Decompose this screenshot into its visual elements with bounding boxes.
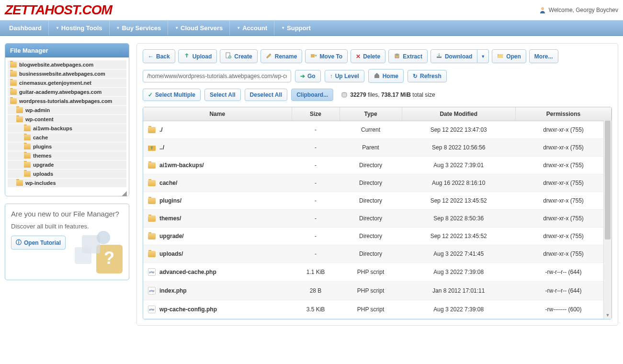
- tree-item[interactable]: cache: [8, 133, 126, 142]
- open-button[interactable]: Open: [492, 49, 526, 63]
- php-file-icon: php: [148, 287, 156, 295]
- col-permissions[interactable]: Permissions: [516, 107, 612, 121]
- tree-item[interactable]: wp-content: [8, 115, 126, 124]
- nav-label: Hosting Tools: [61, 24, 102, 32]
- tree-item[interactable]: wp-includes: [8, 179, 126, 187]
- tree-label: wp-includes: [25, 180, 56, 186]
- upload-button[interactable]: Upload: [178, 49, 217, 63]
- tree-item[interactable]: guitar-academy.atwebpages.com: [8, 88, 126, 96]
- cell-size: -: [292, 174, 340, 192]
- delete-button[interactable]: ✕Delete: [351, 49, 385, 63]
- back-button[interactable]: ←Back: [143, 49, 175, 63]
- col-type[interactable]: Type: [340, 107, 402, 121]
- clipboard-button[interactable]: Clipboard...: [291, 89, 333, 101]
- refresh-icon: ↻: [413, 73, 418, 80]
- cell-size: -: [292, 139, 340, 157]
- table-row[interactable]: cache/-DirectoryAug 16 2022 8:16:10drwxr…: [143, 174, 612, 192]
- folder-icon: [24, 171, 31, 177]
- folder-icon: [24, 135, 31, 140]
- cell-type: Parent: [340, 139, 402, 157]
- info-icon: ⓘ: [16, 239, 22, 247]
- more-button[interactable]: More...: [529, 49, 558, 63]
- tree-item[interactable]: blogwebsite.atwebpages.com: [8, 60, 126, 69]
- folder-icon: [24, 144, 31, 149]
- tree-item[interactable]: themes: [8, 151, 126, 160]
- nav-buy-services[interactable]: ▼Buy Services: [109, 21, 168, 35]
- cell-perm: drwxr-xr-x (755): [516, 228, 612, 245]
- folder-icon: [10, 80, 17, 86]
- col-modified[interactable]: Date Modified: [402, 107, 516, 121]
- cell-modified: Sep 8 2022 8:50:36: [402, 210, 516, 228]
- file-name: wp-cache-config.php: [159, 306, 217, 313]
- delete-icon: ✕: [356, 53, 361, 60]
- scrollbar[interactable]: ▼: [603, 121, 612, 319]
- cell-size: 1.1 KiB: [292, 263, 340, 282]
- go-button[interactable]: ➔Go: [295, 70, 321, 82]
- table-row[interactable]: uploads/-DirectoryAug 3 2022 7:41:45drwx…: [143, 245, 612, 263]
- table-row[interactable]: themes/-DirectorySep 8 2022 8:50:36drwxr…: [143, 210, 612, 228]
- table-row[interactable]: phpadvanced-cache.php1.1 KiBPHP scriptAu…: [143, 263, 612, 282]
- file-name: cache/: [159, 180, 177, 186]
- cell-modified: Aug 3 2022 7:41:45: [402, 245, 516, 263]
- nav-support[interactable]: ▼Support: [274, 21, 317, 35]
- refresh-button[interactable]: ↻Refresh: [408, 70, 447, 82]
- deselect-all-button[interactable]: Deselect All: [245, 89, 288, 101]
- tree-item[interactable]: wordpress-tutorials.atwebpages.com: [8, 97, 126, 105]
- tutorial-panel: Are you new to our File Manager? Discove…: [5, 204, 129, 280]
- select-multiple-button[interactable]: ✓Select Multiple: [143, 89, 201, 101]
- logo[interactable]: ZETTAHOST.COM: [5, 2, 112, 18]
- nav-label: Buy Services: [122, 24, 161, 32]
- cell-modified: Aug 3 2022 7:39:08: [402, 300, 516, 319]
- folder-icon: [148, 233, 156, 239]
- nav-cloud-servers[interactable]: ▼Cloud Servers: [168, 21, 229, 35]
- rename-button[interactable]: Rename: [261, 49, 303, 63]
- file-table-wrapper: Name Size Type Date Modified Permissions…: [143, 107, 612, 319]
- cell-perm: drwxr-xr-x (755): [516, 157, 612, 174]
- select-all-button[interactable]: Select All: [204, 89, 241, 101]
- tree-item[interactable]: cinemasux.getenjoyment.net: [8, 79, 126, 87]
- col-name[interactable]: Name: [143, 107, 292, 121]
- cell-type: Directory: [340, 228, 402, 245]
- table-row[interactable]: ./-CurrentSep 12 2022 13:47:03drwxr-xr-x…: [143, 121, 612, 139]
- chevron-down-icon: ▼: [237, 26, 240, 30]
- cell-type: Directory: [340, 210, 402, 228]
- cell-perm: drwxr-xr-x (755): [516, 174, 612, 192]
- cell-modified: Sep 12 2022 13:45:52: [402, 228, 516, 245]
- nav-hosting-tools[interactable]: ▼Hosting Tools: [48, 21, 109, 35]
- download-icon: [436, 52, 442, 60]
- open-tutorial-button[interactable]: ⓘ Open Tutorial: [11, 236, 66, 250]
- tree-item[interactable]: businesswebsite.atwebpages.com: [8, 69, 126, 78]
- table-row[interactable]: phpwp-cache-config.php3.5 KiBPHP scriptA…: [143, 300, 612, 319]
- nav-dashboard[interactable]: Dashboard: [2, 21, 48, 35]
- table-row[interactable]: plugins/-DirectorySep 12 2022 13:45:52dr…: [143, 192, 612, 210]
- moveto-button[interactable]: Move To: [305, 49, 348, 63]
- scrollbar-thumb[interactable]: [605, 121, 611, 239]
- table-row[interactable]: phpindex.php28 BPHP scriptJan 8 2012 17:…: [143, 282, 612, 300]
- table-row[interactable]: upgrade/-DirectorySep 12 2022 13:45:52dr…: [143, 228, 612, 245]
- scrollbar-down-icon[interactable]: ▼: [604, 311, 612, 319]
- resize-handle[interactable]: ◢: [5, 190, 129, 196]
- col-size[interactable]: Size: [292, 107, 340, 121]
- upload-icon: [183, 52, 190, 60]
- create-button[interactable]: Create: [220, 49, 257, 63]
- tree-label: cache: [33, 135, 48, 140]
- tree-item[interactable]: uploads: [8, 170, 126, 178]
- go-icon: ➔: [300, 73, 305, 80]
- tree-item[interactable]: plugins: [8, 142, 126, 151]
- tree-item[interactable]: upgrade: [8, 160, 126, 169]
- table-row[interactable]: ai1wm-backups/-DirectoryAug 3 2022 7:39:…: [143, 157, 612, 174]
- uplevel-button[interactable]: ↑Up Level: [325, 70, 364, 82]
- tree-item[interactable]: wp-admin: [8, 106, 126, 114]
- table-row[interactable]: ../-ParentSep 8 2022 10:56:56drwxr-xr-x …: [143, 139, 612, 157]
- tree-item[interactable]: ai1wm-backups: [8, 124, 126, 133]
- extract-button[interactable]: Extract: [388, 49, 428, 63]
- disk-icon: [341, 91, 348, 98]
- nav-account[interactable]: ▼Account: [229, 21, 274, 35]
- home-button[interactable]: Home: [368, 69, 404, 83]
- home-icon: [374, 72, 380, 80]
- folder-icon: [10, 98, 17, 104]
- download-dropdown[interactable]: ▼: [477, 49, 489, 63]
- path-input[interactable]: [143, 70, 291, 82]
- download-button[interactable]: Download: [430, 49, 477, 63]
- cell-size: -: [292, 121, 340, 139]
